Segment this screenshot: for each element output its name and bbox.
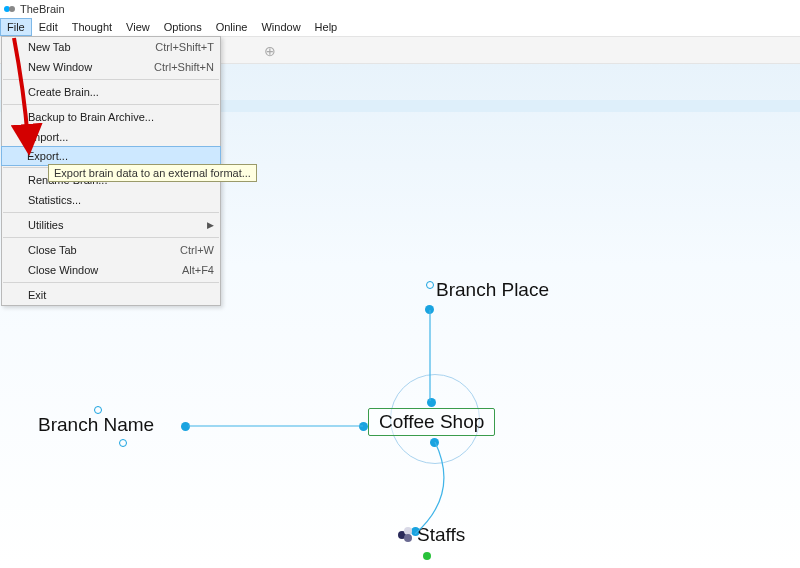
menu-item-label: Statistics... — [28, 194, 81, 206]
menu-item-label: New Window — [28, 61, 92, 73]
menu-item-close-tab[interactable]: Close Tab Ctrl+W — [2, 240, 220, 260]
menu-item-new-tab[interactable]: New Tab Ctrl+Shift+T — [2, 37, 220, 57]
menu-item-export[interactable]: Export... — [1, 146, 221, 166]
menu-thought[interactable]: Thought — [65, 18, 119, 36]
menu-item-label: Exit — [28, 289, 46, 301]
menu-help[interactable]: Help — [308, 18, 345, 36]
menu-file[interactable]: File — [0, 18, 32, 36]
menu-edit[interactable]: Edit — [32, 18, 65, 36]
menu-item-label: Utilities — [28, 219, 63, 231]
menu-separator — [3, 104, 219, 105]
menu-item-utilities[interactable]: Utilities ▶ — [2, 215, 220, 235]
menu-item-new-window[interactable]: New Window Ctrl+Shift+N — [2, 57, 220, 77]
menu-item-label: New Tab — [28, 41, 71, 53]
app-title: TheBrain — [20, 3, 65, 15]
menu-item-label: Import... — [28, 131, 68, 143]
menu-window[interactable]: Window — [254, 18, 307, 36]
menu-item-label: Create Brain... — [28, 86, 99, 98]
menu-item-label: Export... — [27, 150, 68, 162]
menu-separator — [3, 282, 219, 283]
menu-item-shortcut: Ctrl+W — [180, 244, 214, 256]
new-tab-button[interactable]: ⊕ — [263, 44, 277, 58]
menu-item-label: Close Window — [28, 264, 98, 276]
menu-online[interactable]: Online — [209, 18, 255, 36]
menu-item-label: Backup to Brain Archive... — [28, 111, 154, 123]
submenu-arrow-icon: ▶ — [207, 220, 214, 230]
menu-item-backup[interactable]: Backup to Brain Archive... — [2, 107, 220, 127]
menu-item-create-brain[interactable]: Create Brain... — [2, 82, 220, 102]
menu-item-import[interactable]: Import... — [2, 127, 220, 147]
menubar: File Edit Thought View Options Online Wi… — [0, 18, 800, 36]
menu-item-statistics[interactable]: Statistics... — [2, 190, 220, 210]
window-titlebar: TheBrain — [0, 0, 800, 18]
menu-item-label: Close Tab — [28, 244, 77, 256]
menu-item-shortcut: Ctrl+Shift+N — [154, 61, 214, 73]
menu-separator — [3, 237, 219, 238]
menu-item-close-window[interactable]: Close Window Alt+F4 — [2, 260, 220, 280]
menu-item-shortcut: Alt+F4 — [182, 264, 214, 276]
export-tooltip: Export brain data to an external format.… — [48, 164, 257, 182]
menu-item-exit[interactable]: Exit — [2, 285, 220, 305]
menu-item-shortcut: Ctrl+Shift+T — [155, 41, 214, 53]
menu-options[interactable]: Options — [157, 18, 209, 36]
menu-separator — [3, 212, 219, 213]
app-logo-icon — [4, 3, 16, 15]
menu-separator — [3, 79, 219, 80]
menu-view[interactable]: View — [119, 18, 157, 36]
